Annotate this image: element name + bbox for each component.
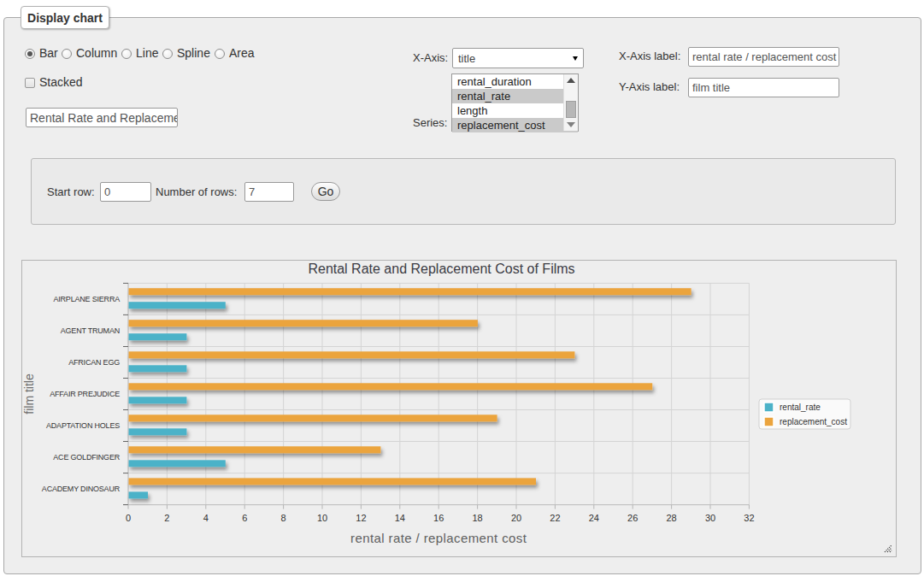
svg-text:26: 26 — [627, 513, 638, 523]
svg-text:14: 14 — [395, 513, 405, 523]
svg-text:ACADEMY DINOSAUR: ACADEMY DINOSAUR — [42, 485, 121, 493]
svg-text:AFFAIR PREJUDICE: AFFAIR PREJUDICE — [50, 390, 120, 398]
svg-text:32: 32 — [744, 513, 754, 523]
svg-text:6: 6 — [242, 513, 247, 523]
svg-text:replacement_cost: replacement_cost — [780, 417, 847, 426]
svg-text:AIRPLANE SIERRA: AIRPLANE SIERRA — [53, 295, 120, 303]
svg-text:rental rate / replacement cost: rental rate / replacement cost — [350, 531, 527, 545]
svg-text:4: 4 — [203, 513, 209, 523]
svg-text:16: 16 — [433, 513, 444, 523]
svg-text:2: 2 — [164, 513, 169, 523]
svg-text:rental_rate: rental_rate — [780, 403, 821, 412]
svg-text:24: 24 — [589, 513, 599, 523]
svg-text:Rental Rate and Replacement Co: Rental Rate and Replacement Cost of Film… — [308, 262, 574, 276]
svg-text:AFRICAN EGG: AFRICAN EGG — [68, 358, 120, 367]
svg-text:0: 0 — [126, 513, 131, 523]
svg-text:12: 12 — [356, 513, 366, 523]
svg-text:20: 20 — [511, 513, 521, 523]
svg-text:ADAPTATION HOLES: ADAPTATION HOLES — [46, 421, 120, 430]
svg-text:10: 10 — [317, 513, 327, 523]
svg-text:ACE GOLDFINGER: ACE GOLDFINGER — [53, 453, 120, 461]
svg-text:8: 8 — [281, 513, 286, 523]
svg-text:22: 22 — [550, 513, 560, 523]
svg-text:18: 18 — [472, 513, 482, 523]
svg-text:film title: film title — [22, 373, 36, 414]
svg-text:30: 30 — [705, 513, 715, 523]
svg-text:28: 28 — [666, 513, 676, 523]
svg-text:AGENT TRUMAN: AGENT TRUMAN — [61, 326, 120, 335]
